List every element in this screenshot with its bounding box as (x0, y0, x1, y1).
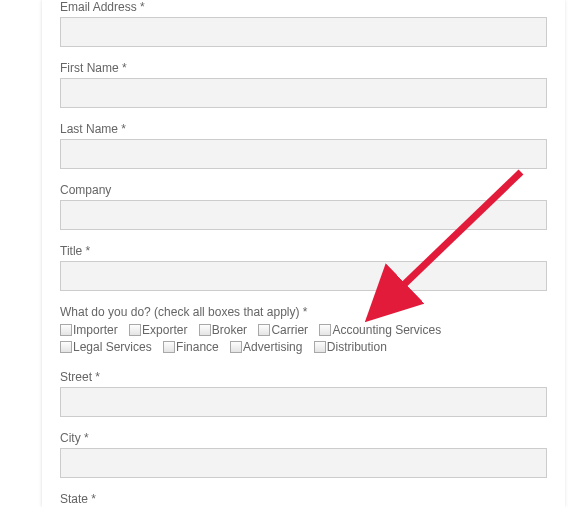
label-what-do-you-do: What do you do? (check all boxes that ap… (60, 305, 547, 319)
label-email: Email Address * (60, 0, 547, 14)
field-last-name: Last Name * (60, 122, 547, 169)
input-city[interactable] (60, 448, 547, 478)
form-panel: Email Address * First Name * Last Name *… (42, 0, 565, 507)
field-title: Title * (60, 244, 547, 291)
input-email[interactable] (60, 17, 547, 47)
option-label: Exporter (142, 323, 187, 337)
field-city: City * (60, 431, 547, 478)
input-title[interactable] (60, 261, 547, 291)
input-first-name[interactable] (60, 78, 547, 108)
field-what-do-you-do: What do you do? (check all boxes that ap… (60, 305, 547, 356)
label-company: Company (60, 183, 547, 197)
label-city: City * (60, 431, 547, 445)
label-title: Title * (60, 244, 547, 258)
field-street: Street * (60, 370, 547, 417)
option-label: Importer (73, 323, 118, 337)
checkbox-exporter[interactable] (129, 324, 141, 336)
checkbox-group: Importer Exporter Broker Carrier Account… (60, 322, 547, 356)
input-company[interactable] (60, 200, 547, 230)
label-first-name: First Name * (60, 61, 547, 75)
checkbox-broker[interactable] (199, 324, 211, 336)
label-street: Street * (60, 370, 547, 384)
label-state: State * (60, 492, 547, 506)
option-label: Carrier (271, 323, 308, 337)
input-last-name[interactable] (60, 139, 547, 169)
field-first-name: First Name * (60, 61, 547, 108)
page: Email Address * First Name * Last Name *… (0, 0, 575, 507)
checkbox-carrier[interactable] (258, 324, 270, 336)
field-company: Company (60, 183, 547, 230)
option-label: Finance (176, 340, 219, 354)
option-label: Legal Services (73, 340, 152, 354)
checkbox-distribution[interactable] (314, 341, 326, 353)
checkbox-legal-services[interactable] (60, 341, 72, 353)
label-last-name: Last Name * (60, 122, 547, 136)
checkbox-importer[interactable] (60, 324, 72, 336)
option-label: Advertising (243, 340, 302, 354)
checkbox-accounting-services[interactable] (319, 324, 331, 336)
checkbox-advertising[interactable] (230, 341, 242, 353)
field-state: State * (60, 492, 547, 507)
option-label: Accounting Services (332, 323, 441, 337)
field-email: Email Address * (60, 0, 547, 47)
option-label: Broker (212, 323, 247, 337)
checkbox-finance[interactable] (163, 341, 175, 353)
input-street[interactable] (60, 387, 547, 417)
option-label: Distribution (327, 340, 387, 354)
